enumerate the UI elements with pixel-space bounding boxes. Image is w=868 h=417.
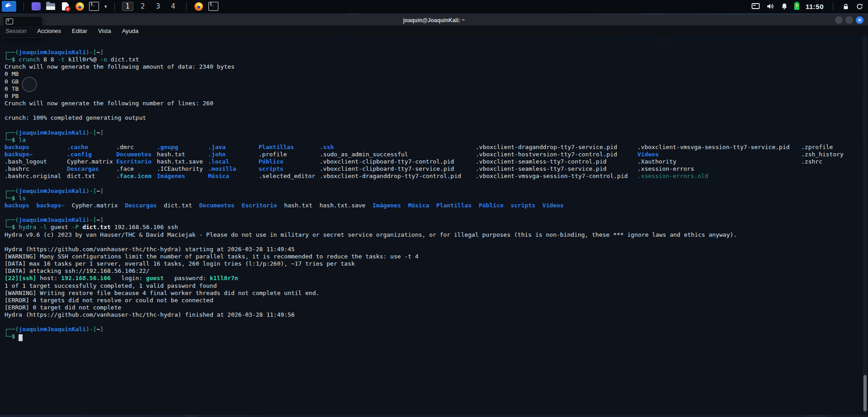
terminal-line: [5, 239, 868, 246]
file-entry: .gnupg: [157, 144, 178, 151]
file-manager-launcher[interactable]: [46, 1, 56, 11]
file-entry: backups~: [5, 151, 33, 158]
terminal-icon: [89, 2, 99, 11]
window-title: joaquin@JoaquinKali: ~: [403, 17, 465, 23]
terminal-line: [5, 122, 868, 129]
file-entry: .face.icon: [116, 173, 151, 180]
minimize-button[interactable]: [835, 16, 843, 24]
terminal-line: └─$: [5, 333, 868, 340]
display-icon[interactable]: [751, 3, 760, 10]
firefox-launcher[interactable]: [75, 1, 85, 11]
lock-icon[interactable]: [842, 3, 849, 10]
maximize-button[interactable]: [845, 16, 853, 24]
menu-ayuda[interactable]: Ayuda: [122, 28, 139, 34]
terminal-line: ┌──(joaquin⊛JoaquinKali)-[~]: [5, 216, 868, 224]
terminal-line: backups backups~ Cypher.matrix Descargas…: [5, 202, 868, 209]
menu-bar: SessionAccionesEditarVistaAyuda: [0, 26, 868, 36]
file-entry: .sudo_as_admin_successful: [320, 151, 408, 158]
volume-icon[interactable]: [766, 3, 774, 10]
terminal-line: Hydra (https://github.com/vanhauser-thc/…: [5, 311, 868, 319]
file-entry: .mozilla: [208, 165, 236, 173]
file-entry: .vboxclient-vmsvga-session-tty7-service.…: [637, 144, 790, 151]
terminal-line: └─$ hydra -l guest -P dict.txt 192.168.5…: [5, 224, 868, 231]
terminal-mini-icon: [6, 19, 13, 24]
file-entry: Imágenes: [157, 173, 185, 180]
terminal-line: .bashrc.originaldict.txt.face.iconImágen…: [5, 173, 868, 180]
folder-icon: [46, 3, 55, 10]
text-editor-launcher[interactable]: [60, 1, 70, 11]
workspace-3[interactable]: 3: [152, 2, 164, 11]
terminal-line: 0 PB: [5, 93, 868, 100]
file-entry: .local: [208, 158, 229, 165]
window-manager-launcher[interactable]: [31, 1, 41, 11]
terminal-line: ┌──(joaquin⊛JoaquinKali)-[~]: [5, 326, 868, 333]
terminal-line: backups.cache.dmrc.gnupg.javaPlantillas.…: [5, 144, 868, 151]
file-entry: .face: [116, 165, 134, 173]
terminal-line: └─$ ls: [5, 195, 868, 202]
file-entry: .vboxclient-draganddrop-tty7-service.pid: [476, 144, 617, 151]
notifications-bell-icon[interactable]: [781, 3, 788, 10]
edit-badge-icon: [65, 6, 71, 12]
file-entry: .zprofile: [801, 144, 833, 151]
battery-icon[interactable]: [794, 3, 799, 10]
taskbar-separator: [186, 2, 187, 10]
clock[interactable]: 11:50: [806, 3, 824, 10]
close-button[interactable]: ✕: [856, 16, 863, 24]
taskbar-window-terminal[interactable]: [208, 1, 218, 11]
terminal-line: [ERROR] 0 target did not complete: [5, 304, 868, 311]
menu-session[interactable]: Session: [5, 28, 26, 34]
power-session-icon[interactable]: [856, 3, 863, 10]
scrollbar-track[interactable]: [863, 36, 867, 413]
file-entry: .bashrc: [5, 165, 29, 173]
terminal-line: .bash_logoutCypher.matrixEscritoriohash.…: [5, 158, 868, 165]
file-entry: .zshrc: [801, 158, 822, 165]
taskbar-window-firefox[interactable]: [194, 1, 204, 11]
file-entry: hash.txt: [157, 151, 185, 158]
terminal-line: Crunch will now generate the following n…: [5, 100, 868, 107]
file-entry: .vboxclient-draganddrop-tty7-control.pid: [320, 173, 461, 180]
file-entry: .xsession-errors: [637, 165, 694, 173]
file-entry: .vboxclient-hostversion-tty7-control.pid: [476, 151, 617, 158]
terminal-line: [22][ssh] host: 192.168.56.106 login: gu…: [5, 275, 868, 282]
taskbar: ▾ 1234 11:50: [0, 0, 868, 13]
chevron-down-icon[interactable]: ▾: [104, 4, 107, 9]
terminal-line: └─$ la: [5, 136, 868, 144]
terminal-content: ┌──(joaquin⊛JoaquinKali)-[~]└─$ crunch 8…: [5, 49, 868, 341]
file-entry: .selected_editor: [259, 173, 315, 180]
file-entry: dict.txt: [67, 173, 95, 180]
scrollbar-thumb[interactable]: [863, 375, 867, 411]
window-titlebar[interactable]: joaquin@JoaquinKali: ~ ✕: [0, 15, 868, 26]
terminal-line: 1 of 1 target successfully completed, 1 …: [5, 282, 868, 290]
document-icon: [62, 2, 69, 10]
file-entry: .ICEauthority: [157, 165, 203, 173]
terminal-launcher[interactable]: [89, 1, 99, 11]
terminal-line: backups~.configDocumentoshash.txt.john.p…: [5, 151, 868, 158]
menu-editar[interactable]: Editar: [72, 28, 87, 34]
file-entry: .vboxclient-clipboard-tty7-control.pid: [320, 158, 454, 165]
kali-logo-icon: [5, 1, 14, 12]
file-entry: .vboxclient-vmsvga-session-tty7-control.…: [476, 173, 628, 180]
file-entry: Cypher.matrix: [67, 158, 113, 165]
kali-menu-button[interactable]: [2, 1, 16, 12]
terminal-line: [5, 319, 868, 326]
workspace-switcher: 1234: [122, 2, 179, 11]
terminal-line: [5, 209, 868, 216]
file-entry: .Xauthority: [637, 158, 676, 165]
file-entry: Escritorio: [116, 158, 151, 165]
workspace-2[interactable]: 2: [137, 2, 149, 11]
workspace-1[interactable]: 1: [122, 2, 134, 11]
menu-acciones[interactable]: Acciones: [37, 28, 61, 34]
file-entry: .vboxclient-seamless-tty7-service.pid: [476, 165, 607, 173]
file-entry: Música: [208, 173, 229, 180]
terminal-body[interactable]: Papelera ┌──(joaquin⊛JoaquinKali)-[~]└─$…: [0, 35, 868, 415]
taskbar-separator: [833, 2, 833, 10]
file-entry: .java: [208, 144, 226, 151]
terminal-window: joaquin@JoaquinKali: ~ ✕ SessionAcciones…: [0, 15, 868, 415]
window-manager-icon: [32, 2, 41, 10]
terminal-line: 0 GB: [5, 78, 868, 85]
menu-vista[interactable]: Vista: [98, 28, 111, 34]
terminal-line: [DATA] max 16 tasks per 1 server, overal…: [5, 260, 868, 267]
terminal-line: Crunch will now generate the following a…: [5, 63, 868, 70]
workspace-4[interactable]: 4: [167, 2, 179, 11]
file-entry: .xsession-errors.old: [637, 173, 708, 180]
